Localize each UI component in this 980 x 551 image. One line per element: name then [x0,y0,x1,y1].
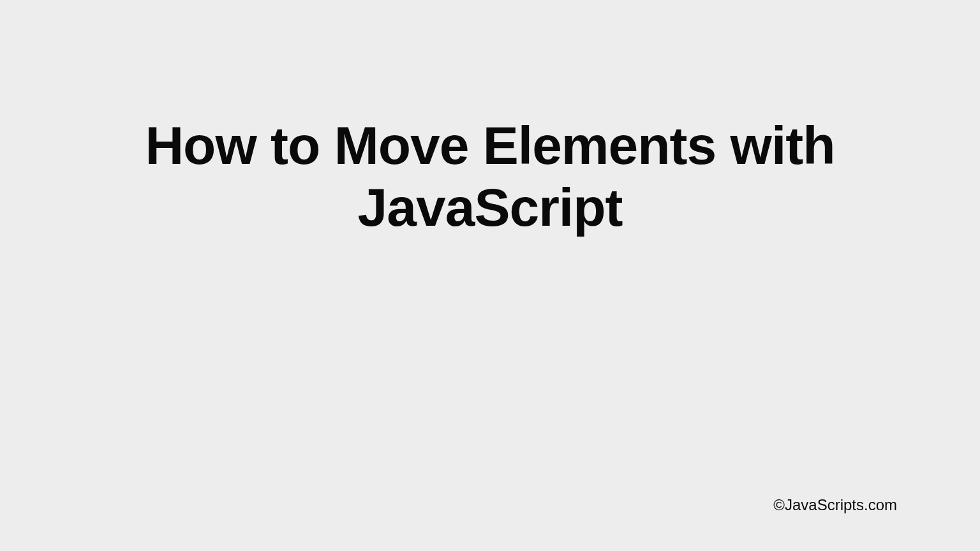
title-container: How to Move Elements with JavaScript [49,115,931,238]
attribution-text: ©JavaScripts.com [773,496,897,514]
page-title: How to Move Elements with JavaScript [49,115,931,238]
